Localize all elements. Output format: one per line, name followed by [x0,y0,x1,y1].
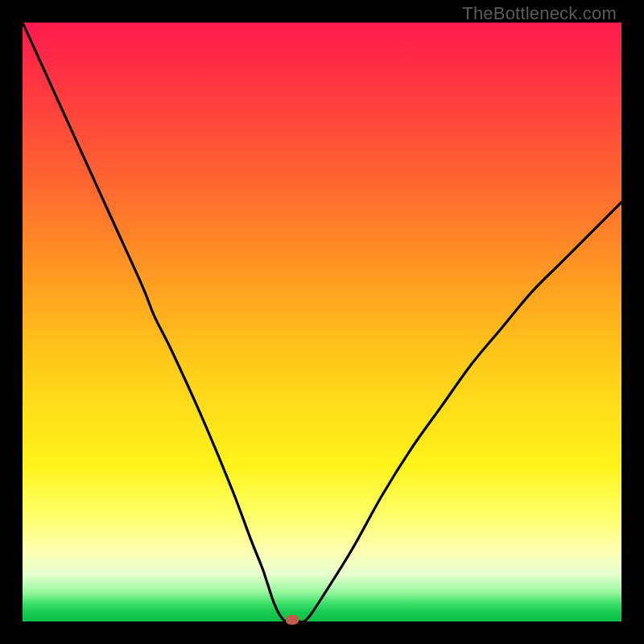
watermark-text: TheBottleneck.com [462,3,617,24]
bottleneck-curve [23,23,621,621]
minimum-marker [286,615,299,625]
chart-plot-area [23,23,621,621]
chart-frame: TheBottleneck.com [0,0,644,644]
